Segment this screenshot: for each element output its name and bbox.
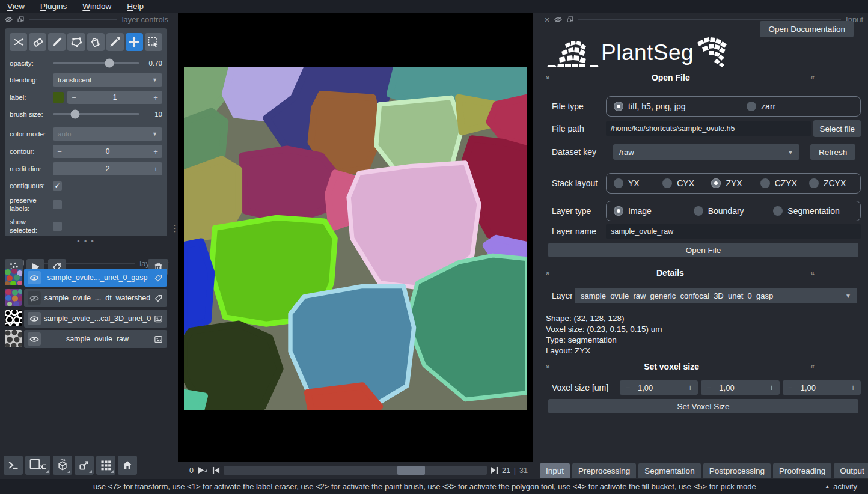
image-layer-icon (154, 335, 164, 344)
dock-resize-handle[interactable]: • • • (0, 237, 172, 246)
color-mode-combobox[interactable]: auto ▼ (53, 127, 162, 141)
decrement-button[interactable]: − (53, 165, 66, 174)
menu-help[interactable]: Help (127, 2, 144, 11)
voxel-z-spinbox[interactable]: − 1,00 + (783, 380, 861, 395)
collapse-chevron-icon[interactable]: « (810, 269, 813, 277)
decrement-button[interactable]: − (53, 147, 66, 156)
tab-segmentation[interactable]: Segmentation (638, 463, 700, 478)
paint-brush-button[interactable] (48, 33, 66, 51)
layer-row-sample-ovule-raw[interactable]: sample_ovule_raw (24, 330, 167, 348)
contiguous-checkbox[interactable]: ✓ (53, 181, 62, 191)
visibility-eye-icon[interactable] (28, 312, 41, 325)
play-button[interactable] (197, 466, 209, 474)
radio-czyx[interactable]: CZYX (760, 178, 809, 188)
console-button[interactable] (4, 456, 23, 475)
open-documentation-button[interactable]: Open Documentation (760, 21, 854, 37)
radio-tiff-h5-png-jpg[interactable]: tiff, h5, png, jpg (614, 102, 747, 111)
increment-button[interactable]: + (682, 383, 698, 392)
transform-button[interactable] (145, 33, 162, 51)
decrement-button[interactable]: − (620, 383, 635, 392)
transpose-dims-button[interactable] (75, 456, 94, 475)
pan-zoom-button[interactable] (126, 33, 143, 51)
collapse-chevron-icon[interactable]: « (810, 362, 813, 371)
dimension-slider-track[interactable] (224, 466, 487, 475)
polygon-tool-button[interactable] (67, 33, 85, 51)
set-voxel-size-button[interactable]: Set Voxel Size (548, 399, 858, 413)
visibility-eye-icon[interactable] (28, 332, 41, 346)
file-path-input[interactable]: /home/kai/shortcuts/sample_ovule.h5 (606, 121, 811, 136)
ndisplay-toggle-button[interactable] (25, 456, 50, 475)
details-layer-combobox[interactable]: sample_ovule_raw_generic_confocal_3D_une… (575, 288, 857, 303)
collapse-chevron-icon[interactable]: » (546, 73, 548, 82)
radio-zyx[interactable]: ZYX (711, 178, 760, 188)
dimension-slider-handle[interactable] (397, 466, 425, 475)
float-dock-icon[interactable] (567, 16, 573, 23)
float-dock-icon[interactable] (17, 16, 24, 23)
radio-segmentation[interactable]: Segmentation (773, 206, 853, 216)
layer-row-unet-0-gasp[interactable]: sample_ovule..._unet_0_gasp (24, 269, 167, 287)
menu-window[interactable]: Window (82, 2, 111, 11)
skip-to-start-button[interactable] (212, 466, 220, 474)
rotate-cube-button[interactable] (53, 456, 72, 475)
visibility-eye-icon[interactable] (28, 271, 41, 284)
n-edit-dim-spinbox[interactable]: − 2 + (53, 162, 162, 175)
voxel-y-spinbox[interactable]: − 1,00 + (701, 380, 779, 395)
voxel-x-spinbox[interactable]: − 1,00 + (620, 380, 698, 395)
collapse-chevron-icon[interactable]: » (546, 269, 548, 277)
skip-to-end-button[interactable] (491, 466, 498, 474)
brush-size-slider[interactable] (53, 113, 139, 115)
preserve-labels-checkbox[interactable] (53, 200, 62, 209)
shuffle-colors-button[interactable] (10, 33, 27, 51)
layer-row-dt-watershed[interactable]: sample_ovule_..._dt_watershed (24, 289, 167, 307)
total-steps-label: 31 (519, 466, 528, 475)
layer-name-input[interactable]: sample_ovule_raw (606, 224, 861, 239)
home-button[interactable] (118, 456, 137, 475)
current-step-label: 0 (186, 466, 194, 475)
collapse-chevron-icon[interactable]: « (810, 73, 813, 82)
increment-button[interactable]: + (764, 383, 780, 392)
layer-row-cal-3d-unet-0[interactable]: sample_ovule_...cal_3D_unet_0 (24, 310, 167, 328)
blending-combobox[interactable]: translucent ▼ (53, 73, 162, 87)
radio-image[interactable]: Image (614, 206, 694, 216)
opacity-slider[interactable] (53, 62, 139, 64)
radio-zcyx[interactable]: ZCYX (809, 178, 853, 188)
tab-output[interactable]: Output (834, 463, 868, 478)
hide-dock-icon[interactable] (554, 16, 562, 23)
select-file-button[interactable]: Select file (813, 120, 861, 137)
menu-plugins[interactable]: Plugins (40, 2, 67, 11)
menu-view[interactable]: View (7, 2, 25, 11)
radio-zarr[interactable]: zarr (747, 102, 853, 111)
close-icon[interactable]: × (545, 16, 549, 24)
color-picker-button[interactable] (106, 33, 124, 51)
radio-boundary[interactable]: Boundary (694, 206, 774, 216)
show-selected-checkbox[interactable] (53, 222, 62, 231)
dataset-key-combobox[interactable]: /raw ▼ (613, 144, 799, 160)
label-spinbox[interactable]: − 1 + (67, 91, 162, 104)
collapse-chevron-icon[interactable]: » (546, 362, 548, 371)
fill-bucket-button[interactable] (87, 33, 105, 51)
viewer-canvas[interactable] (178, 13, 533, 462)
decrement-button[interactable]: − (67, 93, 81, 102)
increment-button[interactable]: + (149, 93, 162, 102)
open-file-button[interactable]: Open File (548, 243, 858, 257)
grid-view-button[interactable] (96, 456, 115, 475)
radio-yx[interactable]: YX (614, 178, 662, 188)
activity-toggle[interactable]: ▲ activity (825, 482, 857, 491)
tab-postprocessing[interactable]: Postprocessing (703, 463, 771, 478)
eraser-button[interactable] (29, 33, 46, 51)
increment-button[interactable]: + (149, 147, 162, 156)
visibility-hidden-eye-icon[interactable] (28, 291, 41, 305)
label-color-swatch[interactable] (53, 92, 64, 103)
image-layer-icon (154, 314, 164, 323)
decrement-button[interactable]: − (701, 383, 717, 392)
radio-cyx[interactable]: CYX (662, 178, 711, 188)
tab-proofreading[interactable]: Proofreading (773, 463, 831, 478)
decrement-button[interactable]: − (783, 383, 798, 392)
increment-button[interactable]: + (845, 383, 861, 392)
contour-spinbox[interactable]: − 0 + (53, 145, 162, 158)
increment-button[interactable]: + (149, 165, 162, 174)
refresh-button[interactable]: Refresh (810, 144, 855, 160)
tab-preprocessing[interactable]: Preprocessing (572, 463, 636, 478)
tab-input[interactable]: Input (540, 463, 570, 478)
hide-dock-icon[interactable] (5, 16, 13, 23)
